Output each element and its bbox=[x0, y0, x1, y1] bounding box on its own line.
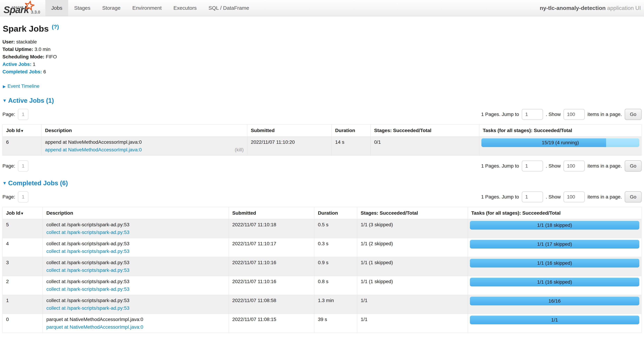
job-description-link[interactable]: collect at /spark-scripts/spark-ad.py:53 bbox=[46, 249, 130, 254]
column-job-id[interactable]: Job Id▾ bbox=[2, 207, 43, 219]
items-per-page-input[interactable] bbox=[564, 161, 585, 171]
tab-storage[interactable]: Storage bbox=[96, 0, 126, 16]
description-cell: collect at /spark-scripts/spark-ad.py:53… bbox=[43, 295, 229, 314]
go-button[interactable]: Go bbox=[625, 191, 642, 203]
tab-stages[interactable]: Stages bbox=[68, 0, 96, 16]
job-description-link[interactable]: collect at /spark-scripts/spark-ad.py:53 bbox=[46, 305, 130, 311]
description-cell: collect at /spark-scripts/spark-ad.py:53… bbox=[43, 276, 229, 295]
event-timeline-toggle[interactable]: ▶Event Timeline bbox=[3, 83, 642, 89]
completed-jobs-header[interactable]: ▼Completed Jobs (6) bbox=[2, 180, 642, 187]
table-row: 3 collect at /spark-scripts/spark-ad.py:… bbox=[2, 257, 642, 276]
column-submitted[interactable]: Submitted bbox=[247, 125, 332, 137]
stages-cell: 0/1 bbox=[370, 137, 479, 156]
tab-sql-dataframe[interactable]: SQL / DataFrame bbox=[202, 0, 255, 16]
application-title: ny-tlc-anomaly-detection application UI bbox=[540, 5, 641, 11]
job-description: collect at /spark-scripts/spark-ad.py:53 bbox=[46, 222, 225, 228]
items-per-page-input[interactable] bbox=[564, 192, 585, 202]
job-description-link[interactable]: collect at /spark-scripts/spark-ad.py:53 bbox=[46, 287, 130, 292]
pagination-bar: Page: 1 1 Pages. Jump to . Show items in… bbox=[2, 160, 642, 172]
summary-active-jobs: Active Jobs: 1 bbox=[2, 60, 642, 68]
job-id-cell: 4 bbox=[2, 238, 43, 257]
completed-jobs-table: Job Id▾ Description Submitted Duration S… bbox=[2, 207, 642, 333]
help-link[interactable]: (?) bbox=[52, 24, 59, 30]
submitted-cell: 2022/11/07 11:08:58 bbox=[229, 295, 314, 314]
tasks-progress-label: 1/1 bbox=[470, 316, 639, 324]
tasks-progress-bar: 1/1 (16 skipped) bbox=[470, 259, 639, 268]
completed-jobs-section: ▼Completed Jobs (6) Page: 1 1 Pages. Jum… bbox=[2, 180, 642, 337]
page-content: Spark Jobs (?) User: stackable Total Upt… bbox=[0, 24, 644, 337]
jump-to-page-input[interactable] bbox=[522, 109, 543, 120]
page-number-button[interactable]: 1 bbox=[18, 160, 28, 172]
column-job-id[interactable]: Job Id▾ bbox=[2, 125, 42, 137]
tasks-progress-bar: 1/1 (17 skipped) bbox=[470, 240, 639, 249]
description-cell: append at NativeMethodAccessorImpl.java:… bbox=[42, 137, 247, 156]
column-tasks[interactable]: Tasks (for all stages): Succeeded/Total bbox=[468, 207, 642, 219]
page-title-text: Spark Jobs bbox=[3, 24, 49, 33]
job-description-link[interactable]: parquet at NativeMethodAccessorImpl.java… bbox=[46, 324, 143, 330]
completed-jobs-link[interactable]: Completed Jobs: bbox=[2, 69, 42, 74]
go-button[interactable]: Go bbox=[625, 109, 642, 120]
summary-active-value: 1 bbox=[33, 61, 36, 67]
collapse-arrow-icon: ▼ bbox=[2, 98, 7, 103]
spark-logo[interactable]: APACHE Spark 3.3.0 bbox=[0, 0, 46, 16]
tasks-progress-label: 1/1 (17 skipped) bbox=[470, 240, 639, 249]
collapse-arrow-icon: ▼ bbox=[2, 181, 7, 185]
table-row: 4 collect at /spark-scripts/spark-ad.py:… bbox=[2, 238, 642, 257]
summary-scheduling-value: FIFO bbox=[46, 54, 57, 59]
tasks-cell: 15/19 (4 running) bbox=[479, 137, 642, 156]
column-submitted[interactable]: Submitted bbox=[229, 207, 314, 219]
active-jobs-section: ▼Active Jobs (1) Page: 1 1 Pages. Jump t… bbox=[2, 97, 642, 172]
active-jobs-header-label: Active Jobs (1) bbox=[8, 97, 54, 104]
job-description-link[interactable]: collect at /spark-scripts/spark-ad.py:53 bbox=[46, 230, 130, 235]
column-stages[interactable]: Stages: Succeeded/Total bbox=[370, 125, 479, 137]
submitted-cell: 2022/11/07 11:10:17 bbox=[229, 238, 314, 257]
summary-completed-jobs: Completed Jobs: 6 bbox=[2, 68, 642, 75]
column-description[interactable]: Description bbox=[42, 125, 247, 137]
go-button[interactable]: Go bbox=[625, 160, 642, 172]
jump-to-page-input[interactable] bbox=[522, 161, 543, 171]
expand-arrow-icon: ▶ bbox=[3, 84, 6, 89]
job-description-link[interactable]: append at NativeMethodAccessorImpl.java:… bbox=[45, 147, 142, 153]
summary-uptime: Total Uptime: 3.0 min bbox=[2, 45, 642, 53]
page-label: Page: bbox=[2, 112, 15, 117]
page-number-button[interactable]: 1 bbox=[18, 191, 28, 203]
tasks-progress-bar: 15/19 (4 running) bbox=[482, 138, 639, 147]
summary-scheduling-mode: Scheduling Mode: FIFO bbox=[2, 53, 642, 60]
table-header-row: Job Id▾ Description Submitted Duration S… bbox=[2, 207, 642, 219]
column-duration[interactable]: Duration bbox=[314, 207, 357, 219]
column-duration[interactable]: Duration bbox=[332, 125, 370, 137]
tab-executors[interactable]: Executors bbox=[168, 0, 202, 16]
page-number-button[interactable]: 1 bbox=[18, 109, 28, 120]
tasks-progress-label: 15/19 (4 running) bbox=[482, 138, 639, 147]
active-jobs-link[interactable]: Active Jobs: bbox=[2, 61, 32, 67]
summary-uptime-label: Total Uptime: bbox=[2, 46, 33, 52]
duration-cell: 0.3 s bbox=[314, 238, 357, 257]
description-cell: collect at /spark-scripts/spark-ad.py:53… bbox=[43, 257, 229, 276]
items-text: items in a page. bbox=[588, 163, 622, 169]
active-jobs-table: Job Id▾ Description Submitted Duration S… bbox=[2, 124, 642, 156]
jump-to-page-input[interactable] bbox=[522, 192, 543, 202]
job-description-link[interactable]: collect at /spark-scripts/spark-ad.py:53 bbox=[46, 268, 130, 273]
tab-jobs[interactable]: Jobs bbox=[46, 0, 68, 16]
table-row: 5 collect at /spark-scripts/spark-ad.py:… bbox=[2, 219, 642, 238]
tasks-progress-label: 1/1 (18 skipped) bbox=[470, 221, 639, 230]
active-jobs-header[interactable]: ▼Active Jobs (1) bbox=[2, 97, 642, 104]
tasks-cell: 1/1 (18 skipped) bbox=[468, 219, 642, 238]
duration-cell: 0.5 s bbox=[314, 219, 357, 238]
description-cell: collect at /spark-scripts/spark-ad.py:53… bbox=[43, 238, 229, 257]
column-tasks[interactable]: Tasks (for all stages): Succeeded/Total bbox=[479, 125, 642, 137]
tab-environment[interactable]: Environment bbox=[126, 0, 168, 16]
tasks-progress-bar: 1/1 bbox=[470, 316, 639, 324]
pages-jump-text: 1 Pages. Jump to bbox=[481, 194, 519, 200]
submitted-cell: 2022/11/07 11:08:15 bbox=[229, 314, 314, 333]
kill-link[interactable]: (kill) bbox=[235, 147, 244, 153]
tasks-progress-label: 1/1 (16 skipped) bbox=[470, 259, 639, 268]
stages-cell: 1/1 (2 skipped) bbox=[357, 238, 468, 257]
column-stages[interactable]: Stages: Succeeded/Total bbox=[357, 207, 468, 219]
job-id-cell: 6 bbox=[2, 137, 42, 156]
job-id-cell: 0 bbox=[2, 314, 43, 333]
duration-cell: 0.8 s bbox=[314, 276, 357, 295]
tasks-progress-label: 1/1 (16 skipped) bbox=[470, 278, 639, 287]
items-per-page-input[interactable] bbox=[564, 109, 585, 120]
column-description[interactable]: Description bbox=[43, 207, 229, 219]
